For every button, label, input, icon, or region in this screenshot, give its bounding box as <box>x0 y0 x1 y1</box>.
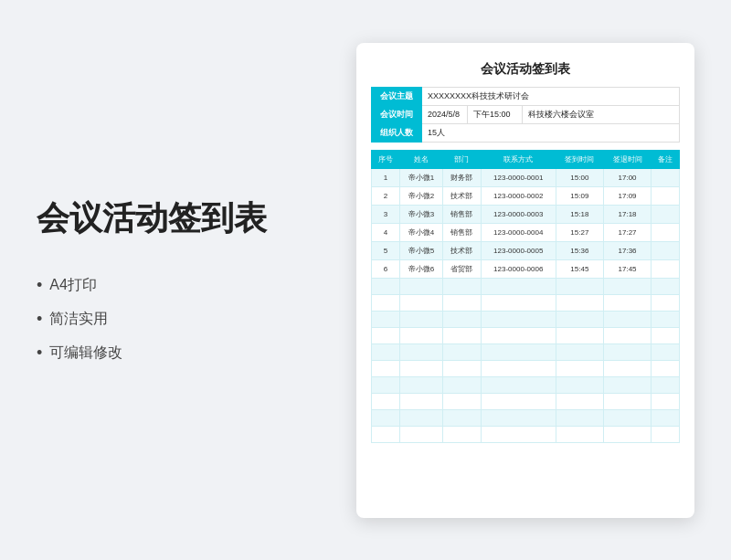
table-row: 2帝小微2技术部123-0000-000215:0917:09 <box>372 186 680 205</box>
cell-signout <box>603 360 651 376</box>
cell-id <box>372 343 400 360</box>
table-row <box>372 409 680 426</box>
cell-name <box>399 426 442 442</box>
cell-contact <box>481 294 556 311</box>
table-row: 5帝小微5技术部123-0000-000515:3617:36 <box>372 241 680 259</box>
cell-id: 3 <box>372 205 400 223</box>
cell-name <box>399 311 442 327</box>
cell-signin <box>556 343 603 360</box>
cell-name <box>399 360 442 376</box>
cell-name <box>399 327 442 343</box>
cell-dept <box>443 278 482 294</box>
bullet-1: • <box>37 276 42 295</box>
cell-note <box>652 168 680 186</box>
col-id: 序号 <box>372 150 400 168</box>
col-contact: 联系方式 <box>481 150 556 168</box>
cell-name <box>399 409 442 426</box>
cell-signin <box>556 360 603 376</box>
info-row-time: 会议时间 2024/5/8 下午15:00 科技楼六楼会议室 <box>372 105 680 123</box>
cell-note <box>652 205 680 223</box>
cell-note <box>652 376 680 393</box>
time-value2: 下午15:00 <box>468 105 523 123</box>
feature-item-3: • 可编辑修改 <box>37 343 292 363</box>
doc-title: 会议活动签到表 <box>371 61 680 78</box>
cell-dept <box>443 360 482 376</box>
cell-note <box>652 327 680 343</box>
cell-signin <box>556 409 603 426</box>
info-row-organizer: 组织人数 15人 <box>372 123 680 142</box>
cell-signin <box>556 327 603 343</box>
info-table: 会议主题 XXXXXXXX科技技术研讨会 会议时间 2024/5/8 下午15:… <box>371 87 680 143</box>
cell-note <box>652 294 680 311</box>
cell-note <box>652 223 680 241</box>
cell-contact <box>481 393 556 409</box>
cell-signin <box>556 426 603 442</box>
cell-name: 帝小微2 <box>399 186 442 205</box>
cell-note <box>652 393 680 409</box>
cell-note <box>652 409 680 426</box>
left-panel: 会议活动签到表 • A4打印 • 简洁实用 • 可编辑修改 <box>37 197 292 364</box>
cell-signin <box>556 393 603 409</box>
table-row: 4帝小微4销售部123-0000-000415:2717:27 <box>372 223 680 241</box>
theme-value: XXXXXXXX科技技术研讨会 <box>422 87 680 105</box>
feature-label-1: A4打印 <box>49 276 97 295</box>
table-header-row: 序号 姓名 部门 联系方式 签到时间 签退时间 备注 <box>372 150 680 168</box>
cell-signin: 15:18 <box>556 205 603 223</box>
cell-id <box>372 278 400 294</box>
cell-contact <box>481 327 556 343</box>
info-row-theme: 会议主题 XXXXXXXX科技技术研讨会 <box>372 87 680 105</box>
table-row <box>372 278 680 294</box>
cell-signin: 15:27 <box>556 223 603 241</box>
feature-item-1: • A4打印 <box>37 276 292 295</box>
location-value: 科技楼六楼会议室 <box>523 105 680 123</box>
cell-signout: 17:45 <box>603 259 651 278</box>
cell-signout <box>603 278 651 294</box>
cell-note <box>652 186 680 205</box>
cell-contact: 123-0000-0005 <box>481 241 556 259</box>
cell-dept <box>443 311 482 327</box>
table-row <box>372 360 680 376</box>
table-row <box>372 426 680 442</box>
cell-name: 帝小微3 <box>399 205 442 223</box>
cell-contact <box>481 343 556 360</box>
cell-signin: 15:36 <box>556 241 603 259</box>
table-row <box>372 327 680 343</box>
cell-contact <box>481 278 556 294</box>
cell-dept: 技术部 <box>443 186 482 205</box>
table-row <box>372 376 680 393</box>
cell-name <box>399 278 442 294</box>
cell-contact: 123-0000-0001 <box>481 168 556 186</box>
table-body: 1帝小微1财务部123-0000-000115:0017:002帝小微2技术部1… <box>372 168 680 442</box>
cell-signin <box>556 311 603 327</box>
cell-name: 帝小微1 <box>399 168 442 186</box>
cell-contact: 123-0000-0002 <box>481 186 556 205</box>
cell-contact: 123-0000-0004 <box>481 223 556 241</box>
cell-signout: 17:18 <box>603 205 651 223</box>
cell-name <box>399 294 442 311</box>
cell-id: 1 <box>372 168 400 186</box>
cell-signin: 15:09 <box>556 186 603 205</box>
cell-signout <box>603 311 651 327</box>
cell-signin <box>556 376 603 393</box>
cell-id: 2 <box>372 186 400 205</box>
cell-id <box>372 409 400 426</box>
cell-name: 帝小微5 <box>399 241 442 259</box>
feature-item-2: • 简洁实用 <box>37 310 292 329</box>
organizer-value: 15人 <box>422 123 680 142</box>
cell-signout <box>603 343 651 360</box>
col-signout: 签退时间 <box>603 150 651 168</box>
cell-signout <box>603 393 651 409</box>
main-container: 会议活动签到表 • A4打印 • 简洁实用 • 可编辑修改 会议活动签到表 会议… <box>9 16 722 545</box>
time-value: 2024/5/8 <box>422 105 468 123</box>
cell-name: 帝小微4 <box>399 223 442 241</box>
cell-dept <box>443 409 482 426</box>
cell-contact: 123-0000-0006 <box>481 259 556 278</box>
cell-id <box>372 426 400 442</box>
cell-contact <box>481 360 556 376</box>
cell-id: 4 <box>372 223 400 241</box>
cell-note <box>652 311 680 327</box>
cell-dept <box>443 376 482 393</box>
time-label: 会议时间 <box>372 105 422 123</box>
cell-id <box>372 376 400 393</box>
table-row: 6帝小微6省贸部123-0000-000615:4517:45 <box>372 259 680 278</box>
